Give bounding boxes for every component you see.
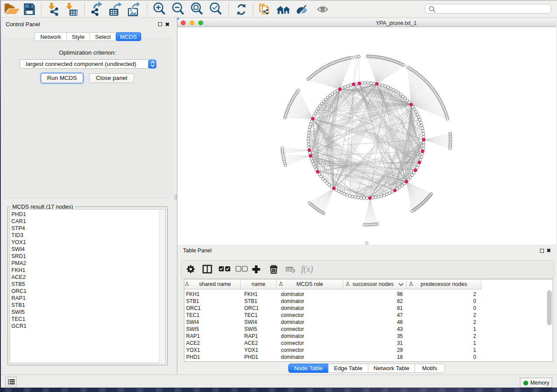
svg-text:f(x): f(x) [301,264,313,274]
